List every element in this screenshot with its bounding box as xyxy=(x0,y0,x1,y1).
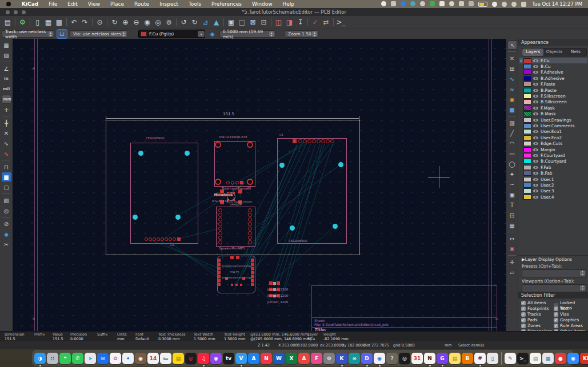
visibility-eye-icon[interactable] xyxy=(533,184,538,187)
menu-tools[interactable]: Tools xyxy=(183,1,206,7)
layer-row-b.mask[interactable]: B.Mask xyxy=(519,111,587,117)
find-button[interactable]: ⊙ xyxy=(94,17,105,27)
show-grid-icon[interactable]: ▦ xyxy=(2,41,11,50)
dock-app-app-store[interactable]: A xyxy=(248,353,259,364)
curved-ratsnest-icon[interactable]: ∿ xyxy=(2,139,11,148)
dock-app-arduino[interactable]: ∞ xyxy=(349,353,360,364)
add-table-tool-icon[interactable]: ▦ xyxy=(507,221,517,230)
via-pad[interactable] xyxy=(333,224,338,229)
through-hole-pad[interactable] xyxy=(149,237,152,241)
smd-pad[interactable] xyxy=(230,256,234,259)
globe-icon[interactable] xyxy=(420,1,425,6)
checkbox-icon[interactable]: ✓ xyxy=(554,324,558,328)
smd-pad[interactable] xyxy=(217,271,221,274)
layer-row-edge.cuts[interactable]: Edge.Cuts xyxy=(519,141,587,147)
dock-app-messages[interactable]: ❝ xyxy=(59,353,71,364)
via-pad[interactable] xyxy=(138,151,143,156)
through-hole-pad[interactable] xyxy=(218,227,222,231)
filter-tracks[interactable]: ✓Tracks xyxy=(521,312,541,317)
scripting-console-button[interactable]: >_ xyxy=(335,17,346,27)
dock-app-photos[interactable]: ✿ xyxy=(110,353,121,364)
green-app-icon[interactable] xyxy=(430,1,435,6)
local-ratsnest-tool-icon[interactable]: ✕ xyxy=(507,54,517,63)
dock-app-adobe-cc[interactable]: A xyxy=(298,353,310,364)
smd-pad[interactable] xyxy=(177,237,181,241)
layer-color-swatch[interactable] xyxy=(523,99,531,104)
draw-polygon-tool-icon[interactable]: ✦ xyxy=(507,170,517,179)
layer-row-f.silkscreen[interactable]: F.Silkscreen xyxy=(519,93,587,99)
stepper-icon[interactable] xyxy=(121,31,126,37)
units-inches-icon[interactable]: in xyxy=(2,74,11,83)
layer-color-swatch[interactable] xyxy=(523,82,531,87)
dock-app-podcasts[interactable]: ◉ xyxy=(210,353,222,364)
play-icon[interactable] xyxy=(449,1,454,6)
visibility-eye-icon[interactable] xyxy=(533,142,538,145)
layer-select[interactable]: F.Cu (PgUp) ▾ xyxy=(138,30,205,38)
smd-pad[interactable] xyxy=(251,283,254,286)
layer-color-swatch[interactable] xyxy=(523,129,531,134)
route-diff-pairs-tool-icon[interactable]: ≈ xyxy=(507,84,517,94)
through-hole-pad[interactable] xyxy=(247,142,253,148)
visibility-eye-icon[interactable] xyxy=(533,112,538,115)
dock-app-terminal[interactable]: >_ xyxy=(517,353,529,364)
filter-vias[interactable]: ✓Vias xyxy=(554,312,569,317)
through-hole-pad[interactable] xyxy=(248,236,252,240)
add-image-tool-icon[interactable]: ▣ xyxy=(507,190,517,199)
draw-arc-tool-icon[interactable]: ◠ xyxy=(507,139,517,148)
component-label[interactable]: TutorInputPrompt1 xyxy=(222,187,251,190)
add-footprint-tool-icon[interactable]: ⊞ xyxy=(507,64,517,73)
filter-zones[interactable]: ✓Zones xyxy=(521,323,541,328)
draw-rectangle-tool-icon[interactable]: ▭ xyxy=(507,149,517,158)
component-label[interactable]: DW-OLED096-636 xyxy=(219,135,247,139)
visibility-eye-icon[interactable] xyxy=(533,119,538,122)
checkbox-icon[interactable]: ✓ xyxy=(521,324,526,328)
dock-app-excel[interactable]: X xyxy=(286,353,297,364)
layer-row-user.eco1[interactable]: User.Eco1 xyxy=(519,129,587,135)
through-hole-pad[interactable] xyxy=(330,139,334,143)
zoom-out-button[interactable]: ⊖ xyxy=(131,17,142,27)
component-label[interactable]: Jumper_1206 xyxy=(267,288,288,291)
dimension-line[interactable] xyxy=(106,118,359,119)
layer-row-margin[interactable]: Margin xyxy=(519,147,587,152)
through-hole-pad[interactable] xyxy=(248,222,252,226)
layer-color-swatch[interactable] xyxy=(523,106,531,111)
properties-toggle-icon[interactable]: ✂ xyxy=(2,240,11,249)
dock-app-draw-app[interactable]: ✎ xyxy=(505,353,516,364)
filter-graphics[interactable]: ✓Graphics xyxy=(554,317,579,322)
zone-hatch-mode-icon[interactable]: ▧ xyxy=(2,196,11,205)
through-hole-pad[interactable] xyxy=(218,236,222,240)
smd-pad[interactable] xyxy=(217,267,221,270)
via-sketch-mode-icon[interactable]: ⊘ xyxy=(2,219,11,228)
zoom-select[interactable]: Zoom 1.50 xyxy=(285,30,319,38)
layer-color-swatch[interactable] xyxy=(523,141,531,146)
component-label[interactable]: Microphone1 xyxy=(214,193,233,196)
dock-app-github[interactable]: G xyxy=(437,353,448,364)
layer-row-user.1[interactable]: User.1 xyxy=(519,176,587,182)
dock-app-notion[interactable]: N xyxy=(424,353,435,364)
dock-app-kicad-doc[interactable]: Ki xyxy=(580,353,588,364)
units-mm-icon[interactable]: mm xyxy=(2,95,11,104)
layer-row-f.mask[interactable]: F.Mask xyxy=(519,105,587,111)
checkbox-icon[interactable]: ✓ xyxy=(554,306,558,311)
layer-display-options[interactable]: ▶Layer Display Options xyxy=(518,255,588,262)
smd-pad[interactable] xyxy=(251,279,254,282)
through-hole-pad[interactable] xyxy=(218,231,222,235)
smd-pad[interactable] xyxy=(293,139,297,143)
footprint-outline[interactable] xyxy=(130,143,198,244)
visibility-eye-icon[interactable] xyxy=(533,95,538,98)
smd-pad[interactable] xyxy=(217,283,221,286)
dock-app-fitness[interactable]: ◎ xyxy=(185,353,197,364)
dock-app-finder[interactable]: ◑ xyxy=(34,353,46,364)
visibility-eye-icon[interactable] xyxy=(533,189,538,192)
visibility-eye-icon[interactable] xyxy=(533,172,538,175)
component-label[interactable]: U1 xyxy=(279,133,283,136)
dock-app-vscode[interactable]: V xyxy=(235,353,247,364)
through-hole-pad[interactable] xyxy=(169,237,172,241)
filter-all-items[interactable]: ✓All items xyxy=(521,300,546,305)
through-hole-pad[interactable] xyxy=(218,208,222,212)
zoom-in-button[interactable]: ⊕ xyxy=(120,17,131,27)
layer-row-user.drawings[interactable]: User.Drawings xyxy=(519,117,587,123)
draw-circle-tool-icon[interactable]: ◯ xyxy=(507,159,517,168)
via-pad[interactable] xyxy=(175,215,181,220)
through-hole-pad[interactable] xyxy=(165,237,168,241)
